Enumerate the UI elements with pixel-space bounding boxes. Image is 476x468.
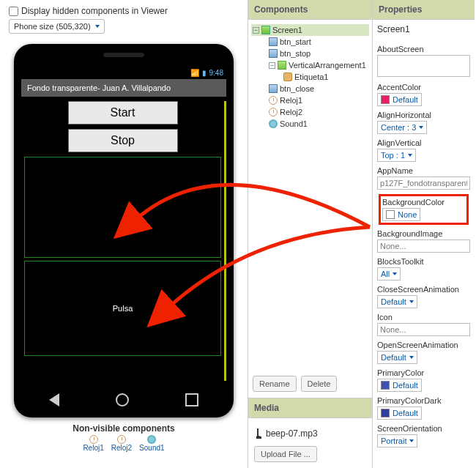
icon-input[interactable] <box>377 323 470 336</box>
prop-backgroundimage-label: BackgroundImage <box>377 229 470 238</box>
backgroundimage-input[interactable] <box>377 239 470 253</box>
viewer-panel: Display hidden components in Viewer Phon… <box>0 0 248 468</box>
prop-screenorientation-label: ScreenOrientation <box>377 424 470 433</box>
phone-screen: 📶 ▮ 9:48 Fondo transparente- Juan A. Vil… <box>21 66 226 381</box>
prop-primarycolor-label: PrimaryColor <box>377 368 470 377</box>
nav-recent-icon[interactable] <box>185 393 198 406</box>
blockstoolkit-dropdown[interactable]: All <box>377 267 401 281</box>
phone-frame: 📶 ▮ 9:48 Fondo transparente- Juan A. Vil… <box>14 44 234 417</box>
dd-value: Default <box>381 297 406 306</box>
screen-icon <box>261 26 270 34</box>
audio-file-icon <box>254 428 261 439</box>
app-title-text: Fondo transparente- Juan A. Villalpando <box>27 83 171 92</box>
status-bar: 📶 ▮ 9:48 <box>21 66 226 79</box>
primarycolordark-dropdown[interactable]: Default <box>377 406 422 420</box>
nv-reloj2[interactable]: Reloj2 <box>111 435 132 452</box>
dd-value: All <box>381 270 390 278</box>
status-time: 9:48 <box>209 69 223 77</box>
tree-reloj1[interactable]: Reloj1 <box>251 94 369 106</box>
accentcolor-dropdown[interactable]: Default <box>377 93 422 106</box>
prop-alignvertical-label: AlignVertical <box>377 138 470 147</box>
nav-home-icon[interactable] <box>116 393 129 406</box>
tree-etiqueta1[interactable]: Etiqueta1 <box>251 71 369 83</box>
vertical-arrangement-box[interactable] <box>24 157 221 258</box>
nv-sound1[interactable]: Sound1 <box>139 435 164 452</box>
button-icon <box>269 49 278 58</box>
aboutscreen-input[interactable] <box>377 55 470 77</box>
app-start-button[interactable]: Start <box>68 101 178 125</box>
prop-alignhorizontal-label: AlignHorizontal <box>377 111 470 119</box>
dd-value: Default <box>381 353 406 362</box>
prop-closescreenanimation-label: CloseScreenAnimation <box>377 285 470 294</box>
tree-label: Reloj1 <box>280 96 302 105</box>
media-file-label: beep-07.mp3 <box>266 428 318 439</box>
nv-label: Sound1 <box>139 444 164 452</box>
backgroundcolor-highlight-box: BackgroundColor None <box>379 194 469 225</box>
btn-close-box[interactable]: Pulsa <box>24 261 221 356</box>
openscreenanimation-dropdown[interactable]: Default <box>377 351 417 364</box>
clock-icon <box>89 435 98 444</box>
tree-label: Reloj2 <box>280 108 302 116</box>
tree-btn-close[interactable]: btn_close <box>251 83 369 94</box>
media-header: Media <box>248 398 372 418</box>
dd-value: Default <box>393 409 418 417</box>
clock-icon <box>269 96 278 105</box>
tree-label: Screen1 <box>272 26 302 34</box>
dd-value: Top : 1 <box>381 151 405 160</box>
chevron-down-icon <box>393 272 397 275</box>
chevron-down-icon <box>408 154 412 157</box>
prop-aboutscreen-label: AboutScreen <box>377 45 470 53</box>
alignvertical-dropdown[interactable]: Top : 1 <box>377 149 416 162</box>
collapse-icon[interactable]: − <box>253 27 259 34</box>
display-hidden-label: Display hidden components in Viewer <box>21 6 168 16</box>
dd-value: None <box>398 210 417 219</box>
clock-icon <box>117 435 126 444</box>
nav-back-icon[interactable] <box>49 393 59 406</box>
pulsa-label: Pulsa <box>113 304 133 313</box>
media-file[interactable]: beep-07.mp3 <box>254 428 366 439</box>
color-swatch-icon <box>381 381 390 390</box>
primarycolor-dropdown[interactable]: Default <box>377 379 422 392</box>
prop-appname-label: AppName <box>377 166 470 175</box>
tree-sound1[interactable]: Sound1 <box>251 118 369 130</box>
properties-target: Screen1 <box>373 20 475 36</box>
tree-vertical-arrangement[interactable]: − VerticalArrangement1 <box>251 59 369 71</box>
clock-icon <box>269 108 278 116</box>
dd-value: Portrait <box>381 437 406 445</box>
sound-icon <box>269 119 278 128</box>
tree-btn-start[interactable]: btn_start <box>251 36 369 48</box>
tree-label: Etiqueta1 <box>294 73 328 81</box>
backgroundcolor-dropdown[interactable]: None <box>382 208 420 221</box>
non-visible-header: Non-visible components <box>72 423 174 434</box>
delete-button[interactable]: Delete <box>301 376 338 392</box>
screenorientation-dropdown[interactable]: Portrait <box>377 434 417 447</box>
media-box: beep-07.mp3 Upload File ... <box>248 418 372 468</box>
upload-file-button[interactable]: Upload File ... <box>254 446 317 462</box>
components-header: Components <box>248 0 372 20</box>
tree-btn-stop[interactable]: btn_stop <box>251 48 369 59</box>
phone-size-selector[interactable]: Phone size (505,320) <box>9 19 105 34</box>
signal-icon: ▮ <box>202 69 207 77</box>
dd-value: Default <box>393 95 418 104</box>
tree-reloj2[interactable]: Reloj2 <box>251 106 369 118</box>
chevron-down-icon <box>409 356 414 359</box>
tree-screen1[interactable]: − Screen1 <box>251 24 369 36</box>
label-icon <box>283 73 292 81</box>
layout-icon <box>278 61 286 70</box>
color-swatch-icon <box>381 409 390 417</box>
rename-button[interactable]: Rename <box>253 376 297 392</box>
closescreenanimation-dropdown[interactable]: Default <box>377 295 417 308</box>
appname-input[interactable] <box>377 177 470 190</box>
collapse-icon[interactable]: − <box>269 62 275 69</box>
prop-icon-label: Icon <box>377 313 470 322</box>
components-tree: − Screen1 btn_start btn_stop − VerticalA… <box>248 20 372 135</box>
button-icon <box>269 37 278 46</box>
display-hidden-checkbox[interactable] <box>9 7 18 16</box>
color-swatch-icon <box>381 95 390 104</box>
chevron-down-icon <box>419 126 423 129</box>
dd-value: Default <box>393 381 418 390</box>
color-swatch-icon <box>386 210 395 219</box>
alignhorizontal-dropdown[interactable]: Center : 3 <box>377 121 427 134</box>
app-stop-button[interactable]: Stop <box>68 129 178 152</box>
nv-reloj1[interactable]: Reloj1 <box>83 435 103 452</box>
